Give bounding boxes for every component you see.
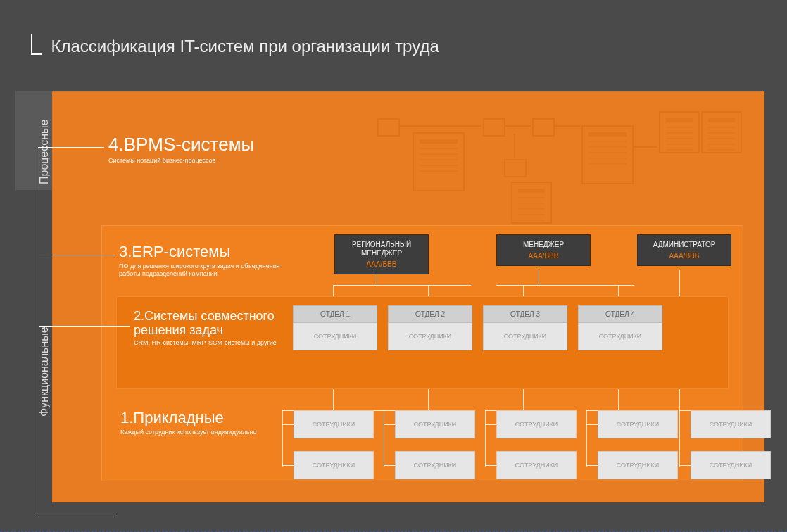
dept-4: ОТДЕЛ 4 СОТРУДНИКИ: [578, 305, 662, 350]
manager-role: МЕНЕДЖЕР: [501, 241, 586, 249]
level-2-title: Системы совместного решения задач: [134, 309, 275, 337]
manager-box-admin: АДМИНИСТРАТОР AAA/BBB: [637, 234, 731, 266]
connector: [618, 389, 619, 410]
level-4-sub: Системы нотаций бизнес-процессов: [108, 157, 254, 165]
dept-3: ОТДЕЛ 3 СОТРУДНИКИ: [483, 305, 567, 350]
leader-line: [38, 146, 104, 148]
manager-role: РЕГИОНАЛЬНЫЙ МЕНЕДЖЕР: [339, 241, 424, 258]
connector: [523, 389, 524, 410]
level-1-sub: Каждый сотрудник использует индивидуальн…: [120, 429, 256, 436]
leader-line: [39, 325, 130, 327]
slide: Классификация IT-систем при организации …: [15, 15, 772, 517]
level-2-collab: 2.Системы совместного решения задач CRM,…: [116, 296, 729, 389]
connector: [384, 424, 395, 425]
bpms-flow-icon: [370, 104, 736, 217]
heading-level-1: 1.Прикладные Каждый сотрудник использует…: [120, 409, 256, 436]
dept-name: ОТДЕЛ 1: [293, 305, 377, 323]
dept-name: ОТДЕЛ 4: [578, 305, 662, 323]
connector: [384, 465, 395, 466]
dept-staff: СОТРУДНИКИ: [293, 323, 377, 350]
level-1-num: 1.: [120, 409, 133, 426]
connector: [428, 389, 429, 410]
leader-line: [39, 254, 116, 255]
manager-code: AAA/BBB: [501, 252, 586, 260]
staff-box: СОТРУДНИКИ: [691, 451, 771, 479]
dept-name: ОТДЕЛ 2: [388, 305, 472, 323]
dept-1: ОТДЕЛ 1 СОТРУДНИКИ: [293, 305, 377, 350]
title-marker-icon: [31, 34, 42, 55]
staff-box: СОТРУДНИКИ: [496, 410, 577, 438]
staff-box: СОТРУДНИКИ: [294, 410, 374, 438]
connector: [377, 270, 377, 285]
level-2-num: 2.: [134, 309, 144, 323]
connector: [679, 465, 691, 466]
level-3-num: 3.: [119, 243, 132, 260]
dept-staff: СОТРУДНИКИ: [578, 323, 662, 350]
connector: [384, 410, 384, 467]
heading-level-2: 2.Системы совместного решения задач CRM,…: [134, 310, 303, 347]
connector: [586, 424, 598, 425]
level-2-sub: CRM, HR-системы, MRP, SCM-системы и друг…: [134, 339, 303, 347]
dept-name: ОТДЕЛ 3: [483, 305, 567, 323]
staff-box: СОТРУДНИКИ: [395, 410, 475, 438]
level-4-bpms: 4.BPMS-системы Системы нотаций бизнес-пр…: [52, 91, 764, 502]
leader-vline: [39, 147, 40, 516]
manager-code: AAA/BBB: [642, 252, 726, 260]
staff-box: СОТРУДНИКИ: [294, 451, 374, 479]
manager-box-manager: МЕНЕДЖЕР AAA/BBB: [496, 234, 591, 266]
staff-box: СОТРУДНИКИ: [395, 451, 475, 479]
connector: [485, 424, 496, 425]
manager-code: AAA/BBB: [339, 260, 424, 268]
connector: [282, 424, 294, 425]
heading-level-3: 3.ERP-системы ПО для решения широкого кр…: [119, 243, 302, 279]
connector: [333, 389, 334, 410]
level-4-num: 4.: [108, 134, 124, 155]
connector: [282, 465, 294, 466]
leader-line: [39, 516, 116, 517]
heading-level-4: 4.BPMS-системы Системы нотаций бизнес-пр…: [108, 134, 254, 165]
connector: [586, 465, 598, 466]
slide-stage: Классификация IT-систем при организации …: [0, 0, 787, 532]
staff-box: СОТРУДНИКИ: [496, 451, 577, 479]
title-wrap: Классификация IT-систем при организации …: [31, 37, 439, 58]
dept-staff: СОТРУДНИКИ: [388, 323, 472, 350]
connector: [485, 465, 496, 466]
level-3-title: ERP-системы: [132, 243, 230, 260]
connector: [586, 410, 587, 467]
staff-box: СОТРУДНИКИ: [598, 410, 678, 438]
level-3-erp: 3.ERP-системы ПО для решения широкого кр…: [101, 225, 743, 481]
staff-box: СОТРУДНИКИ: [598, 451, 678, 479]
dept-2: ОТДЕЛ 2 СОТРУДНИКИ: [388, 305, 472, 350]
manager-role: АДМИНИСТРАТОР: [642, 241, 726, 249]
staff-box: СОТРУДНИКИ: [691, 410, 771, 438]
dept-staff: СОТРУДНИКИ: [483, 323, 567, 350]
page-title: Классификация IT-систем при организации …: [51, 37, 439, 56]
connector: [539, 270, 539, 285]
connector: [679, 410, 680, 467]
level-1-title: Прикладные: [133, 409, 223, 426]
connector: [485, 410, 486, 467]
manager-box-regional: РЕГИОНАЛЬНЫЙ МЕНЕДЖЕР AAA/BBB: [334, 234, 429, 274]
level-3-sub: ПО для решения широкого круга задач и об…: [119, 262, 302, 279]
level-4-title: BPMS-системы: [124, 134, 255, 155]
connector: [282, 410, 283, 467]
connector: [333, 285, 471, 286]
connector: [679, 410, 691, 411]
connector: [496, 285, 634, 286]
